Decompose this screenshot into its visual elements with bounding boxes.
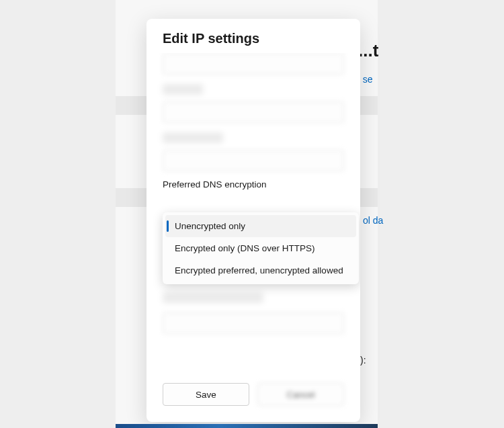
obscured-section (163, 292, 344, 334)
save-button[interactable]: Save (163, 383, 249, 406)
dialog-title: Edit IP settings (146, 19, 360, 53)
obscured-label (163, 292, 263, 303)
background-text-fragment: ): (360, 355, 366, 366)
obscured-field (163, 53, 344, 75)
obscured-input[interactable] (163, 150, 344, 171)
obscured-field (163, 84, 344, 123)
edit-ip-settings-dialog: Edit IP settings Preferred DNS encryptio… (146, 19, 360, 422)
dropdown-option-encrypted-preferred[interactable]: Encrypted preferred, unencrypted allowed (165, 259, 356, 282)
obscured-field (163, 132, 344, 171)
dialog-body: Preferred DNS encryption Unencrypted onl… (146, 53, 360, 382)
dns-encryption-dropdown[interactable]: Unencrypted only Encrypted only (DNS ove… (163, 212, 359, 284)
dialog-footer: Save Cancel (146, 375, 360, 414)
dropdown-option-unencrypted-only[interactable]: Unencrypted only (165, 215, 356, 237)
preferred-dns-encryption-label: Preferred DNS encryption (163, 179, 344, 189)
obscured-label (163, 84, 203, 95)
obscured-input[interactable] (163, 312, 344, 334)
obscured-label (163, 132, 223, 143)
background-heading: ...t (358, 40, 378, 61)
taskbar-strip (116, 424, 378, 428)
obscured-input[interactable] (163, 101, 344, 123)
cancel-button[interactable]: Cancel (257, 383, 344, 406)
background-link-fragment: ol da (363, 215, 383, 226)
dropdown-option-encrypted-only[interactable]: Encrypted only (DNS over HTTPS) (165, 237, 356, 259)
obscured-input[interactable] (163, 53, 344, 75)
